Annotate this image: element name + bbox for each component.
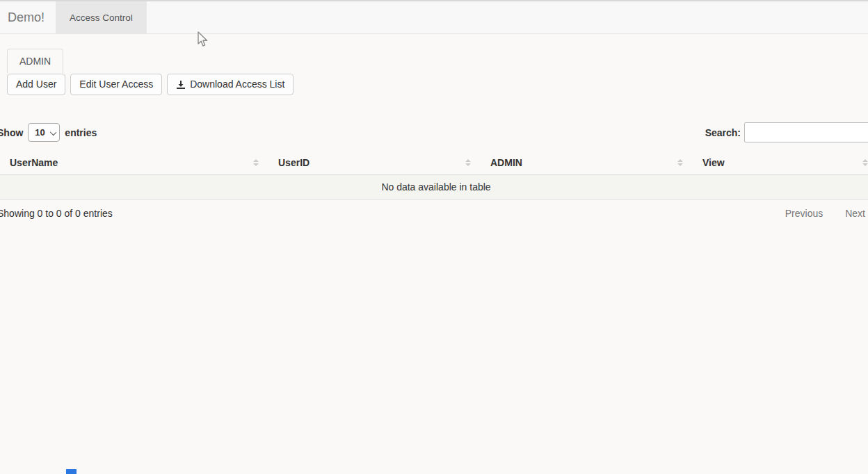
search-label: Search: [705, 127, 741, 138]
column-header-username[interactable]: UserName [0, 150, 266, 175]
navbar-brand[interactable]: Demo! [0, 1, 56, 33]
add-user-button[interactable]: Add User [7, 74, 65, 95]
table-controls: Show 10 entries Search: [0, 122, 868, 142]
column-header-view[interactable]: View [690, 150, 868, 175]
column-header-userid[interactable]: UserID [266, 150, 478, 175]
empty-table-row: No data available in table [0, 175, 868, 199]
loading-indicator-bar [66, 469, 77, 474]
column-label: UserName [10, 157, 58, 168]
empty-table-message: No data available in table [0, 175, 868, 199]
column-label: View [702, 157, 725, 168]
edit-user-access-button[interactable]: Edit User Access [70, 74, 162, 95]
sort-icon [253, 159, 259, 166]
column-header-admin[interactable]: ADMIN [478, 150, 690, 175]
access-table: UserName UserID ADMIN View No d [0, 150, 868, 199]
nav-item-access-control[interactable]: Access Control [56, 1, 147, 33]
next-button[interactable]: Next [845, 208, 865, 219]
search-input[interactable] [744, 122, 868, 142]
page-length-control: Show 10 entries [0, 123, 97, 142]
top-navbar: Demo! Access Control [0, 0, 868, 34]
download-icon [176, 80, 186, 90]
download-access-list-button[interactable]: Download Access List [167, 74, 294, 95]
sort-icon [862, 159, 868, 166]
table-header-row: UserName UserID ADMIN View [0, 150, 868, 175]
tab-bar: ADMIN [7, 49, 868, 73]
datatable-area: Show 10 entries Search: UserName [0, 122, 868, 219]
download-access-list-label: Download Access List [190, 79, 284, 90]
table-footer: Showing 0 to 0 of 0 entries Previous Nex… [0, 208, 868, 219]
sort-icon [465, 159, 471, 166]
search-control: Search: [705, 122, 868, 142]
sort-icon [677, 159, 683, 166]
entries-label: entries [65, 127, 97, 138]
toolbar: Add User Edit User Access Download Acces… [7, 74, 868, 95]
page-length-select[interactable]: 10 [28, 123, 60, 142]
previous-button[interactable]: Previous [785, 208, 823, 219]
table-info: Showing 0 to 0 of 0 entries [0, 208, 113, 219]
pagination: Previous Next [785, 208, 868, 219]
show-label: Show [0, 127, 23, 138]
tab-admin[interactable]: ADMIN [7, 49, 63, 73]
column-label: UserID [278, 157, 310, 168]
column-label: ADMIN [490, 157, 522, 168]
